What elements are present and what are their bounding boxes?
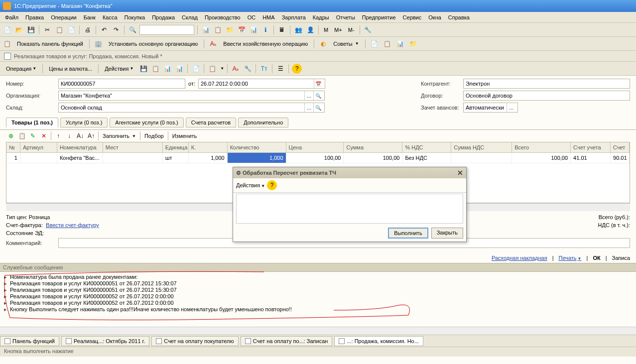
cell[interactable] [103, 153, 163, 163]
doc-list-icon[interactable]: 📋 [150, 64, 160, 74]
menu-service[interactable]: Сервис [400, 13, 425, 21]
col-header[interactable]: № [6, 142, 20, 152]
invoice-link[interactable]: Ввести счет-фактуру [46, 222, 99, 228]
copy-icon[interactable]: 📋 [54, 25, 64, 35]
prices-menu[interactable]: Цены и валюта... [46, 65, 95, 73]
undo-icon[interactable]: ↶ [99, 25, 109, 35]
cell[interactable]: 1,000 [228, 153, 286, 163]
calc-icon[interactable]: 🖩 [277, 25, 287, 35]
tab-accounts[interactable]: Счета расчетов [186, 118, 236, 127]
col-header[interactable]: Номенклатура [57, 142, 103, 152]
search-icon[interactable]: 🔍 [313, 103, 322, 112]
advice-icon[interactable]: ◐ [318, 39, 328, 49]
col-header[interactable]: Счет учета [571, 142, 611, 152]
user-icon[interactable]: 👤 [305, 25, 315, 35]
set-org-button[interactable]: Установить основную организацию [107, 41, 200, 47]
task-invoice2[interactable]: Счет на оплату по...: Записан [241, 336, 333, 346]
paste-icon[interactable]: 📄 [66, 25, 76, 35]
add-row-icon[interactable]: ⊕ [6, 131, 16, 141]
m-button[interactable]: М [322, 27, 330, 33]
doc-unpost-icon[interactable]: 📊 [174, 64, 184, 74]
edit-row-icon[interactable]: ✎ [28, 131, 38, 141]
open-icon[interactable]: 📂 [14, 25, 24, 35]
redo-icon[interactable]: ↷ [111, 25, 121, 35]
ellipsis-icon[interactable]: … [304, 103, 313, 112]
cell[interactable] [20, 153, 57, 163]
task-realization[interactable]: Реализац...: Октябрь 2011 г. [61, 336, 149, 346]
cell[interactable]: Конфета "Вас... [57, 153, 103, 163]
row-up-icon[interactable]: ↑ [53, 131, 63, 141]
menu-nma[interactable]: НМА [259, 13, 277, 21]
menu-operations[interactable]: Операции [48, 13, 79, 21]
col-header[interactable]: Сумма НДС [451, 142, 512, 152]
task-invoice1[interactable]: Счет на оплату покупателю [151, 336, 238, 346]
doc-help-icon[interactable]: ? [292, 64, 302, 74]
menu-sale[interactable]: Продажа [149, 13, 178, 21]
cell[interactable]: 41.01 [571, 153, 611, 163]
cell[interactable]: 1 [6, 153, 20, 163]
task-panel[interactable]: Панель функций [0, 336, 59, 346]
menu-edit[interactable]: Правка [22, 13, 47, 21]
cut-icon[interactable]: ✂ [42, 25, 52, 35]
fill-menu[interactable]: Заполнить▼ [101, 133, 138, 139]
tab-extra[interactable]: Дополнительно [238, 118, 288, 127]
op-icon[interactable]: Аₖ [208, 39, 218, 49]
tool4-icon[interactable]: 📊 [249, 25, 258, 35]
doc-basis-icon[interactable]: 📄 [191, 64, 201, 74]
col-header[interactable]: Сумма [344, 142, 402, 152]
table-row[interactable]: 1Конфета "Вас...шт1,0001,000100,00100,00… [6, 153, 630, 163]
warehouse-input[interactable]: Основной склад…🔍 [58, 103, 325, 113]
menu-warehouse[interactable]: Склад [179, 13, 201, 21]
cell[interactable]: Без НДС [402, 153, 451, 163]
menu-os[interactable]: ОС [245, 13, 259, 21]
print-menu[interactable]: Печать▼ [559, 255, 582, 261]
menu-bank[interactable]: Банк [81, 13, 99, 21]
sort-desc-icon[interactable]: A↑ [86, 131, 96, 141]
tab-agent[interactable]: Агентские услуги (0 поз.) [110, 118, 183, 127]
enter-op-button[interactable]: Ввести хозяйственную операцию [221, 41, 310, 47]
advance-input[interactable]: Автоматически… [463, 103, 518, 113]
menu-production[interactable]: Производство [202, 13, 244, 21]
cell[interactable]: 1,000 [189, 153, 228, 163]
cell[interactable]: 100,00 [344, 153, 402, 163]
change-button[interactable]: Изменить [170, 133, 199, 139]
tab-services[interactable]: Услуги (0 поз.) [60, 118, 108, 127]
ellipsis-icon[interactable]: … [507, 103, 515, 112]
col-header[interactable]: Всего [512, 142, 571, 152]
execute-button[interactable]: Выполнить [388, 228, 428, 239]
doc-list2-icon[interactable]: ☰ [275, 64, 285, 74]
ok-button[interactable]: ОК [593, 255, 600, 261]
doc-struct-icon[interactable]: 🔧 [243, 64, 253, 74]
mminus-button[interactable]: М- [346, 27, 357, 33]
sort-asc-icon[interactable]: A↓ [75, 131, 85, 141]
menu-company[interactable]: Предприятие [359, 13, 399, 21]
delete-row-icon[interactable]: ✕ [39, 131, 49, 141]
tab-goods[interactable]: Товары (1 поз.) [6, 118, 58, 127]
ex4-icon[interactable]: 📁 [408, 39, 418, 49]
doc-post-icon[interactable]: 📊 [162, 64, 172, 74]
new-icon[interactable]: 📄 [2, 25, 12, 35]
menu-purchase[interactable]: Покупка [122, 13, 148, 21]
task-current[interactable]: ...: Продажа, комиссия. Но... [334, 336, 423, 346]
save-icon[interactable]: 💾 [26, 25, 36, 35]
tool3-icon[interactable]: 📁 [225, 25, 235, 35]
col-header[interactable]: Количество [228, 142, 286, 152]
menu-reports[interactable]: Отчеты [333, 13, 358, 21]
close-button[interactable]: Закрыть [431, 228, 463, 239]
show-panel-button[interactable]: Показать панель функций [15, 41, 85, 47]
tool2-icon[interactable]: 📋 [213, 25, 223, 35]
menu-windows[interactable]: Окна [425, 13, 444, 21]
wrench-icon[interactable]: 🔧 [363, 25, 373, 35]
users-icon[interactable]: 👥 [293, 25, 303, 35]
find-icon[interactable]: 🔍 [127, 25, 137, 35]
print-icon[interactable]: 🖨 [83, 25, 93, 35]
dialog-titlebar[interactable]: ⚙ Обработка Пересчет реквизита ТЧ ✕ [233, 167, 466, 178]
ellipsis-icon[interactable]: … [304, 91, 313, 100]
col-header[interactable]: Единица [163, 142, 189, 152]
doc-add-icon[interactable]: 📋 [207, 64, 217, 74]
search-input[interactable] [139, 25, 194, 35]
expense-note-link[interactable]: Расходная накладная [492, 255, 547, 261]
menu-file[interactable]: Файл [2, 13, 21, 21]
menu-cash[interactable]: Касса [100, 13, 121, 21]
number-input[interactable]: КИ000000057 [58, 79, 185, 89]
